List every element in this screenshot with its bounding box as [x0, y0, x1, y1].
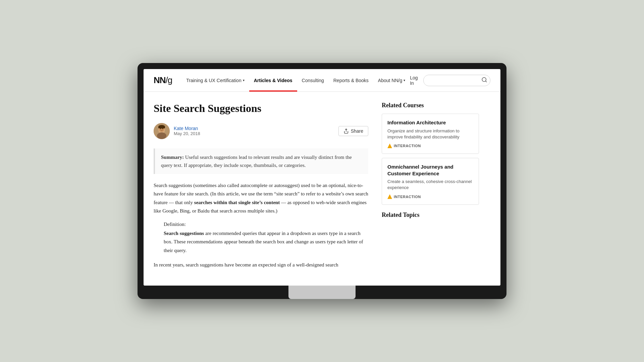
related-topics-title: Related Topics — [382, 212, 479, 219]
course-title-1: Information Architecture — [387, 119, 473, 126]
body-paragraph-1: Search suggestions (sometimes also calle… — [154, 181, 368, 216]
summary-text: Summary: Useful search suggestions lead … — [161, 153, 362, 169]
course-tag-1: INTERACTION — [387, 143, 473, 148]
login-button[interactable]: Log In — [410, 75, 418, 86]
author-details: Kate Moran May 20, 2018 — [174, 126, 200, 136]
definition-text: Search suggestions are recommended queri… — [164, 229, 368, 255]
nav-right: Log In — [410, 75, 490, 86]
definition-block: Definition: Search suggestions are recom… — [164, 222, 368, 255]
course-card-1[interactable]: Information Architecture Organize and st… — [382, 114, 479, 154]
avatar — [154, 123, 170, 139]
navbar: NN/g Training & UX Certification ▾ Artic… — [144, 69, 500, 92]
body-paragraph-2: In recent years, search suggestions have… — [154, 261, 368, 269]
search-box[interactable] — [423, 75, 490, 86]
tag-icon-2 — [387, 194, 392, 199]
search-input[interactable] — [428, 78, 481, 83]
course-desc-2: Create a seamless, cohesive cross-channe… — [387, 179, 473, 191]
course-card-2[interactable]: Omnichannel Journeys and Customer Experi… — [382, 158, 479, 204]
sidebar: Related Courses Information Architecture… — [382, 102, 479, 275]
content-area: Site Search Suggestions — [144, 92, 500, 285]
share-icon — [343, 128, 349, 134]
chevron-down-icon: ▾ — [243, 78, 245, 82]
svg-rect-9 — [158, 126, 165, 128]
share-button[interactable]: Share — [338, 126, 368, 136]
related-courses-title: Related Courses — [382, 102, 479, 109]
monitor-stand — [288, 286, 356, 299]
nav-item-consulting[interactable]: Consulting — [297, 69, 329, 92]
course-desc-1: Organize and structure information to im… — [387, 128, 473, 140]
nav-item-articles[interactable]: Articles & Videos — [249, 69, 297, 92]
definition-label: Definition: — [164, 222, 368, 227]
svg-point-4 — [157, 132, 166, 139]
article-content: Site Search Suggestions — [154, 102, 368, 275]
article-title: Site Search Suggestions — [154, 102, 368, 115]
author-row: Kate Moran May 20, 2018 Share — [154, 123, 368, 139]
author-date: May 20, 2018 — [174, 131, 200, 136]
nav-items: Training & UX Certification ▾ Articles &… — [181, 69, 410, 92]
nav-item-about[interactable]: About NN/g ▾ — [373, 69, 410, 92]
avatar-image — [154, 123, 170, 139]
course-title-2: Omnichannel Journeys and Customer Experi… — [387, 164, 473, 177]
author-info: Kate Moran May 20, 2018 — [154, 123, 200, 139]
nav-item-training[interactable]: Training & UX Certification ▾ — [181, 69, 249, 92]
tag-icon-1 — [387, 143, 392, 148]
chevron-down-icon-about: ▾ — [404, 78, 405, 82]
logo[interactable]: NN/g — [154, 75, 172, 85]
summary-block: Summary: Useful search suggestions lead … — [154, 148, 368, 174]
nav-item-reports[interactable]: Reports & Books — [329, 69, 373, 92]
svg-line-1 — [485, 81, 486, 82]
author-name[interactable]: Kate Moran — [174, 126, 200, 131]
course-tag-2: INTERACTION — [387, 194, 473, 199]
search-icon[interactable] — [481, 77, 487, 84]
